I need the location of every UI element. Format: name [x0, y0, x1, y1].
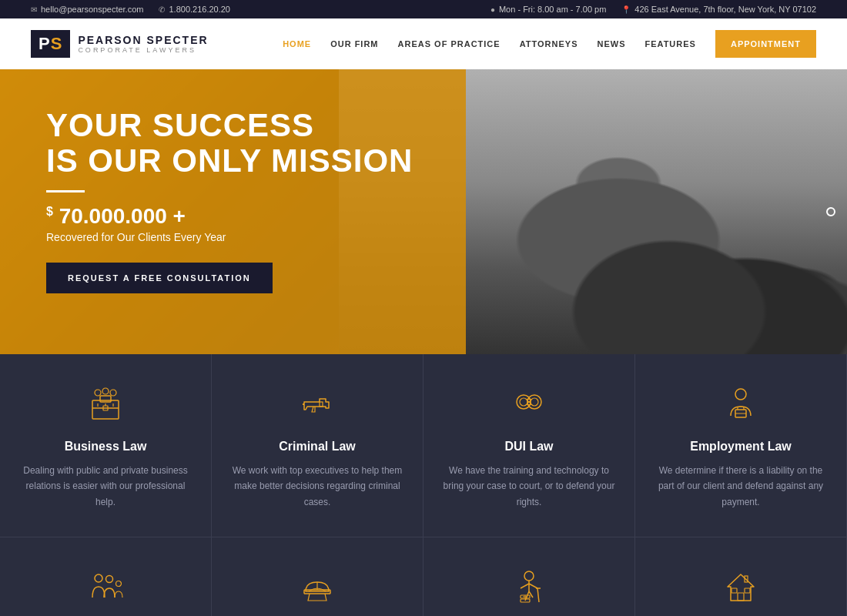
- svg-point-36: [102, 388, 109, 394]
- company-tagline: CORPORATE LAWYERS: [78, 46, 208, 54]
- logo-letters: PS: [31, 30, 70, 58]
- dui-law-title: DUI Law: [443, 440, 615, 454]
- svg-point-43: [531, 398, 538, 406]
- logo[interactable]: PS PEARSON SPECTER CORPORATE LAWYERS: [31, 30, 209, 58]
- company-name: PEARSON SPECTER: [78, 34, 208, 46]
- svg-point-48: [95, 574, 102, 582]
- svg-rect-67: [732, 588, 737, 593]
- practice-areas: Business Law Dealing with public and pri…: [0, 354, 847, 616]
- hero-section: YOUR SUCCESS IS OUR ONLY MISSION $ 70.00…: [0, 69, 847, 354]
- svg-line-9: [585, 162, 616, 185]
- criminal-law-title: Criminal Law: [231, 440, 403, 454]
- svg-point-49: [106, 576, 113, 583]
- practice-card-family[interactable]: Family Law: [0, 537, 212, 616]
- hero-amount: $ 70.000.000 +: [46, 204, 420, 229]
- svg-point-10: [507, 152, 522, 168]
- address-item: 📍 426 East Avenue, 7th floor, New York, …: [621, 5, 816, 14]
- svg-point-45: [735, 389, 746, 400]
- dui-law-icon: [443, 385, 615, 428]
- svg-point-50: [116, 581, 122, 587]
- address-text: 426 East Avenue, 7th floor, New York, NY…: [634, 5, 816, 14]
- header: PS PEARSON SPECTER CORPORATE LAWYERS HOM…: [0, 18, 847, 69]
- hero-title-line1: YOUR SUCCESS: [46, 107, 314, 143]
- practice-card-dui[interactable]: DUI Law We have the training and technol…: [424, 354, 635, 537]
- business-law-icon: [19, 385, 192, 428]
- svg-point-26: [789, 204, 820, 258]
- nav-features[interactable]: FEATURES: [644, 39, 695, 49]
- practice-grid-row2: Family Law Labor Law: [0, 537, 847, 616]
- svg-line-8: [516, 162, 547, 185]
- practice-card-business[interactable]: Business Law Dealing with public and pri…: [0, 354, 212, 537]
- svg-point-18: [722, 250, 787, 335]
- svg-rect-66: [738, 593, 744, 601]
- property-law-icon: [654, 568, 827, 611]
- svg-rect-7: [553, 173, 579, 204]
- phone-item: ✆ 1.800.216.20.20: [159, 5, 230, 14]
- nav-news[interactable]: NEWS: [597, 39, 625, 49]
- svg-rect-38: [320, 402, 323, 407]
- svg-point-19: [733, 219, 776, 266]
- injury-law-icon: [443, 568, 615, 611]
- practice-grid-row1: Business Law Dealing with public and pri…: [0, 354, 847, 537]
- hours-text: Mon - Fri: 8.00 am - 7.00 pm: [499, 5, 606, 14]
- dui-law-desc: We have the training and technology to b…: [443, 463, 615, 510]
- practice-card-employment[interactable]: Employment Law We determine if there is …: [635, 354, 847, 537]
- svg-line-63: [537, 588, 539, 602]
- svg-point-4: [549, 135, 583, 173]
- business-law-desc: Dealing with public and private business…: [19, 463, 192, 510]
- svg-point-35: [95, 390, 101, 396]
- employment-law-title: Employment Law: [654, 440, 827, 454]
- svg-marker-6: [564, 173, 568, 219]
- labor-law-icon: [231, 568, 403, 611]
- svg-rect-68: [745, 588, 750, 593]
- svg-point-11: [610, 152, 625, 168]
- nav-areas[interactable]: AREAS OF PRACTICE: [398, 39, 500, 49]
- employment-law-desc: We determine if there is a liability on …: [654, 463, 827, 510]
- logo-text: PEARSON SPECTER CORPORATE LAWYERS: [78, 34, 208, 54]
- svg-rect-2: [493, 69, 724, 239]
- email-icon: ✉: [31, 5, 37, 14]
- svg-point-37: [110, 390, 116, 396]
- svg-rect-29: [100, 396, 111, 402]
- practice-card-property[interactable]: Property Law: [635, 537, 847, 616]
- phone-icon: ✆: [159, 5, 165, 14]
- svg-point-42: [520, 398, 527, 406]
- phone-text[interactable]: 1.800.216.20.20: [169, 5, 230, 14]
- svg-point-53: [524, 571, 534, 581]
- hero-title-line2: IS OUR ONLY MISSION: [46, 142, 413, 179]
- practice-card-labor[interactable]: Labor Law: [212, 537, 424, 616]
- business-law-title: Business Law: [19, 440, 192, 454]
- hero-divider: [46, 190, 85, 192]
- svg-point-21: [552, 147, 566, 156]
- nav-home[interactable]: HOME: [283, 39, 311, 49]
- svg-point-17: [645, 239, 695, 293]
- svg-marker-65: [728, 574, 754, 601]
- svg-rect-12: [551, 245, 564, 306]
- criminal-law-icon: [231, 385, 403, 428]
- hero-subtitle: Recovered for Our Clients Every Year: [46, 231, 420, 243]
- svg-line-56: [529, 584, 537, 588]
- nav-attorneys[interactable]: ATTORNEYS: [520, 39, 578, 49]
- family-law-icon: [19, 568, 192, 611]
- employment-law-icon: [654, 385, 827, 428]
- svg-rect-13: [570, 245, 584, 306]
- svg-rect-28: [92, 400, 119, 419]
- location-icon: 📍: [621, 5, 631, 14]
- practice-card-criminal[interactable]: Criminal Law We work with top executives…: [212, 354, 424, 537]
- hours-item: ● Mon - Fri: 8.00 am - 7.00 pm: [490, 5, 606, 14]
- top-bar: ✉ hello@pearsonspecter.com ✆ 1.800.216.2…: [0, 0, 847, 18]
- appointment-button[interactable]: APPOINTMENT: [715, 30, 816, 58]
- hero-slide-indicator[interactable]: [826, 207, 835, 216]
- hero-content: YOUR SUCCESS IS OUR ONLY MISSION $ 70.00…: [0, 69, 466, 354]
- svg-point-22: [566, 147, 580, 156]
- nav-our-firm[interactable]: OUR FIRM: [330, 39, 378, 49]
- svg-rect-3: [547, 169, 585, 246]
- practice-card-injury[interactable]: Personal Injury Law: [424, 537, 635, 616]
- consultation-button[interactable]: REQUEST A FREE CONSULTATION: [46, 263, 273, 293]
- email-text[interactable]: hello@pearsonspecter.com: [41, 5, 143, 14]
- email-item: ✉ hello@pearsonspecter.com: [31, 5, 143, 14]
- svg-point-5: [549, 133, 583, 152]
- svg-line-55: [521, 584, 529, 588]
- hero-title: YOUR SUCCESS IS OUR ONLY MISSION: [46, 108, 420, 179]
- hero-amount-value: 70.000.000 +: [53, 204, 186, 228]
